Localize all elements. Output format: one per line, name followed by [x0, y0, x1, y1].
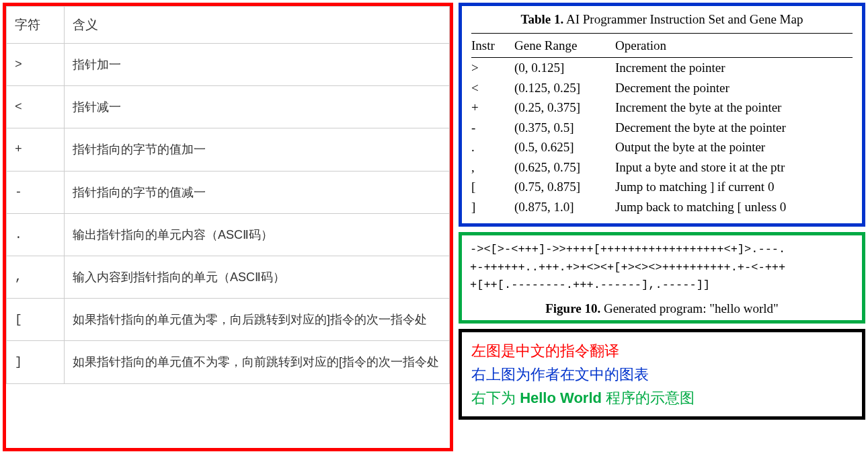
cell-char: + [7, 128, 65, 171]
header-char: 字符 [7, 7, 65, 44]
header-range: Gene Range [514, 36, 615, 55]
cell-char: - [7, 171, 65, 213]
cell-range: (0.375, 0.5] [514, 118, 615, 137]
table-row: <指针减一 [7, 86, 450, 128]
table-row: [如果指针指向的单元值为零，向后跳转到对应的]指令的次一指令处 [7, 299, 450, 341]
cell-char: , [7, 256, 65, 298]
table-row: ](0.875, 1.0]Jump back to matching [ unl… [471, 197, 853, 217]
table-row: ]如果指针指向的单元值不为零，向前跳转到对应的[指令的次一指令处 [7, 341, 450, 383]
table-row: .输出指针指向的单元内容（ASCⅡ码） [7, 213, 450, 256]
legend-line-left: 左图是中文的指令翻译 [471, 339, 853, 363]
table-row: >指针加一 [7, 44, 450, 86]
cell-meaning: 如果指针指向的单元值不为零，向前跳转到对应的[指令的次一指令处 [65, 341, 450, 383]
right-panel: Table 1. AI Programmer Instruction Set a… [459, 3, 865, 451]
legend-box: 左图是中文的指令翻译 右上图为作者在文中的图表 右下为 Hello World … [459, 329, 865, 420]
cell-meaning: 指针指向的字节的值减一 [65, 171, 450, 213]
cell-char: . [7, 213, 65, 256]
cell-op: Decrement the pointer [615, 79, 853, 98]
table1-gene-map: Table 1. AI Programmer Instruction Set a… [459, 3, 865, 227]
cell-instr: > [471, 59, 514, 77]
cell-range: (0.625, 0.75] [514, 158, 615, 177]
cell-char: [ [7, 299, 65, 341]
cell-instr: . [471, 138, 514, 157]
brainfuck-code: -><[>-<+++]->>++++[++++++++++++++++++<+]… [470, 241, 854, 294]
cell-instr: , [471, 158, 514, 177]
table-row: <(0.125, 0.25]Decrement the pointer [471, 78, 853, 98]
cell-char: < [7, 86, 65, 128]
cell-range: (0.75, 0.875] [514, 178, 615, 196]
cell-range: (0, 0.125] [514, 59, 615, 77]
left-panel-chinese-table: 字符 含义 >指针加一<指针减一+指针指向的字节的值加一-指针指向的字节的值减一… [3, 3, 453, 451]
cell-range: (0.125, 0.25] [514, 79, 615, 98]
header-instr: Instr [471, 36, 514, 55]
cell-op: Output the byte at the pointer [615, 138, 853, 157]
cell-op: Input a byte and store it at the ptr [615, 158, 853, 177]
cell-meaning: 指针减一 [65, 86, 450, 128]
cell-op: Decrement the byte at the pointer [615, 118, 853, 137]
cell-instr: - [471, 118, 514, 137]
figure10-caption: Figure 10. Generated program: "hello wor… [470, 301, 854, 316]
figure10-hello-world: -><[>-<+++]->>++++[++++++++++++++++++<+]… [459, 232, 865, 323]
table-row: ,(0.625, 0.75]Input a byte and store it … [471, 157, 853, 178]
table-row: +(0.25, 0.375]Increment the byte at the … [471, 98, 853, 118]
table-row: .(0.5, 0.625]Output the byte at the poin… [471, 137, 853, 157]
cell-meaning: 如果指针指向的单元值为零，向后跳转到对应的]指令的次一指令处 [65, 299, 450, 341]
cell-instr: + [471, 98, 514, 117]
table-row: ,输入内容到指针指向的单元（ASCⅡ码） [7, 256, 450, 298]
cell-instr: ] [471, 198, 514, 217]
cell-meaning: 输入内容到指针指向的单元（ASCⅡ码） [65, 256, 450, 298]
header-op: Operation [615, 36, 853, 55]
table1-header-row: Instr Gene Range Operation [471, 33, 853, 59]
cell-char: ] [7, 341, 65, 383]
cell-range: (0.5, 0.625] [514, 138, 615, 157]
table-row: +指针指向的字节的值加一 [7, 128, 450, 171]
cell-op: Jump to matching ] if current 0 [615, 178, 853, 196]
cell-meaning: 指针加一 [65, 44, 450, 86]
legend-line-topright: 右上图为作者在文中的图表 [471, 363, 853, 386]
header-meaning: 含义 [65, 7, 450, 44]
cell-op: Increment the byte at the pointer [615, 98, 853, 117]
table-row: -指针指向的字节的值减一 [7, 171, 450, 213]
cell-range: (0.875, 1.0] [514, 198, 615, 217]
cell-instr: [ [471, 178, 514, 196]
cell-op: Jump back to matching [ unless 0 [615, 198, 853, 217]
table-row: >(0, 0.125]Increment the pointer [471, 58, 853, 78]
cell-op: Increment the pointer [615, 59, 853, 77]
cell-meaning: 指针指向的字节的值加一 [65, 128, 450, 171]
cell-instr: < [471, 79, 514, 98]
cell-char: > [7, 44, 65, 86]
table-row: -(0.375, 0.5]Decrement the byte at the p… [471, 118, 853, 138]
cell-range: (0.25, 0.375] [514, 98, 615, 117]
legend-line-bottomright: 右下为 Hello World 程序的示意图 [471, 386, 853, 410]
instruction-table-chinese: 字符 含义 >指针加一<指针减一+指针指向的字节的值加一-指针指向的字节的值减一… [6, 6, 450, 384]
cell-meaning: 输出指针指向的单元内容（ASCⅡ码） [65, 213, 450, 256]
table-row: [(0.75, 0.875]Jump to matching ] if curr… [471, 177, 853, 197]
table1-caption: Table 1. AI Programmer Instruction Set a… [471, 10, 853, 29]
